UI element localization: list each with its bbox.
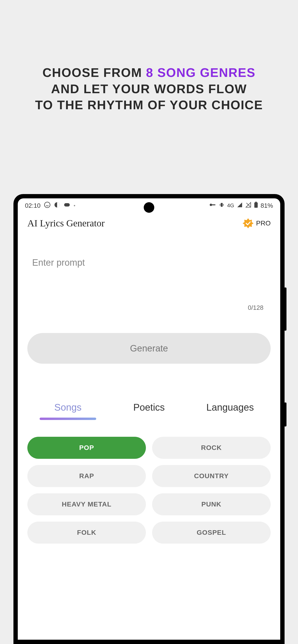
status-battery: 81% <box>261 202 273 210</box>
svg-rect-9 <box>254 202 258 208</box>
svg-rect-2 <box>64 203 70 206</box>
tab-songs[interactable]: Songs <box>27 402 108 420</box>
tab-label: Songs <box>54 402 81 412</box>
app-header: AI Lyrics Generator PRO <box>18 213 280 231</box>
battery-icon <box>254 202 258 210</box>
phone-screen: 02:10 • <box>18 198 280 640</box>
status-network: 4G <box>227 202 234 209</box>
genre-grid: POP ROCK RAP COUNTRY HEAVY METAL PUNK FO… <box>27 437 271 544</box>
svg-rect-5 <box>221 203 223 207</box>
half-circle-icon <box>54 202 60 210</box>
marketing-headline: CHOOSE FROM 8 SONG GENRES AND LET YOUR W… <box>0 65 298 113</box>
tab-poetics[interactable]: Poetics <box>108 402 190 420</box>
app-title: AI Lyrics Generator <box>27 218 105 229</box>
svg-rect-7 <box>223 204 224 206</box>
status-time: 02:10 <box>25 202 41 210</box>
tab-indicator <box>40 418 96 420</box>
pro-star-icon <box>243 218 254 229</box>
genre-country[interactable]: COUNTRY <box>152 465 271 487</box>
phone-side-button <box>284 288 286 330</box>
pro-label: PRO <box>256 220 271 227</box>
tab-languages[interactable]: Languages <box>190 402 271 420</box>
svg-marker-11 <box>243 218 254 228</box>
genre-pop[interactable]: POP <box>27 437 146 459</box>
prompt-input[interactable] <box>32 258 266 301</box>
whatsapp-icon <box>44 202 51 210</box>
genre-rap[interactable]: RAP <box>27 465 146 487</box>
marketing-line1-b: 8 SONG GENRES <box>146 66 255 80</box>
phone-frame: 02:10 • <box>14 194 284 644</box>
dot-icon: • <box>74 203 75 208</box>
phone-side-button <box>284 402 286 426</box>
tab-label: Poetics <box>133 402 165 412</box>
svg-point-0 <box>44 202 50 208</box>
svg-rect-6 <box>220 204 220 206</box>
generate-button[interactable]: Generate <box>27 333 271 364</box>
tab-label: Languages <box>206 402 254 412</box>
genre-gospel[interactable]: GOSPEL <box>152 522 271 544</box>
tabs: Songs Poetics Languages <box>27 402 271 420</box>
svg-rect-10 <box>255 202 257 202</box>
genre-heavy-metal[interactable]: HEAVY METAL <box>27 493 146 515</box>
prompt-area: 0/128 <box>27 258 271 312</box>
camera-hole <box>144 202 154 213</box>
char-count: 0/128 <box>32 304 266 312</box>
svg-rect-4 <box>212 204 215 205</box>
genre-rock[interactable]: ROCK <box>152 437 271 459</box>
marketing-line3: TO THE RHYTHM OF YOUR CHOICE <box>0 97 298 113</box>
marketing-line1-a: CHOOSE FROM <box>43 66 146 80</box>
signal-empty-icon <box>245 202 251 210</box>
marketing-line2: AND LET YOUR WORDS FLOW <box>0 81 298 97</box>
vibrate-icon <box>219 202 225 210</box>
vpn-icon <box>209 202 216 210</box>
genre-folk[interactable]: FOLK <box>27 522 146 544</box>
app-icon <box>64 202 70 210</box>
genre-punk[interactable]: PUNK <box>152 493 271 515</box>
pro-badge[interactable]: PRO <box>243 218 271 229</box>
signal-icon <box>237 202 243 210</box>
